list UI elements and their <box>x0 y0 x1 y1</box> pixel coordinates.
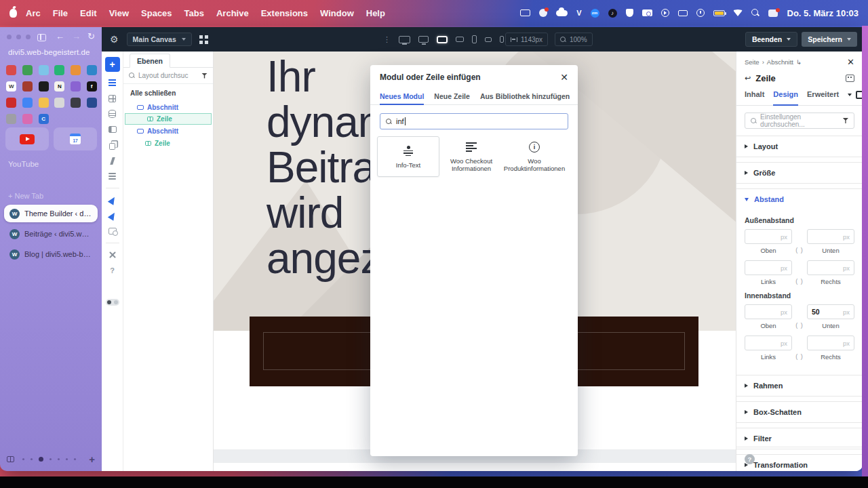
favorite-site-icon[interactable] <box>54 98 64 108</box>
modal-tab-2[interactable]: Aus Bibliothek hinzufügen <box>480 88 570 104</box>
filter-icon[interactable] <box>843 118 848 123</box>
favorite-site-icon[interactable]: C <box>39 114 49 124</box>
drag-panel-icon[interactable] <box>846 75 854 82</box>
margin-right-input[interactable]: px <box>807 260 854 275</box>
menu-window[interactable]: Window <box>314 8 360 18</box>
module-card-info[interactable]: iWoo Produktinformationen <box>503 136 566 177</box>
search-icon[interactable] <box>751 9 760 17</box>
tab-layers[interactable]: Ebenen <box>130 54 170 68</box>
layer-zeile[interactable]: Zeile <box>123 137 213 149</box>
shield-icon[interactable] <box>626 9 633 17</box>
v-icon[interactable]: V <box>576 9 581 17</box>
space-indicator[interactable] <box>22 457 76 462</box>
layer-zeile[interactable]: Zeile <box>125 113 212 125</box>
tab-item[interactable]: WTheme Builder ‹ divi5.w… <box>4 205 98 222</box>
keys-icon[interactable] <box>678 10 688 16</box>
back-arrow-icon[interactable]: ↩ <box>745 74 751 83</box>
help-icon[interactable]: ? <box>745 454 755 464</box>
device-active-frame-icon[interactable] <box>437 36 448 43</box>
templates-icon[interactable] <box>108 94 117 103</box>
play-icon[interactable] <box>661 9 669 17</box>
add-module-button[interactable]: + <box>105 57 120 72</box>
wifi-icon[interactable] <box>734 9 743 16</box>
layer-abschnitt[interactable]: Abschnitt <box>123 101 213 113</box>
padding-right-input[interactable]: px <box>807 336 854 350</box>
profile-icon[interactable] <box>768 9 778 17</box>
padding-bottom-input[interactable]: 50 px <box>807 304 854 319</box>
link-values-icon[interactable]: ( ) <box>795 322 804 329</box>
section-groesse[interactable]: Größe <box>736 162 863 184</box>
modal-tab-1[interactable]: Neue Zeile <box>434 88 470 104</box>
save-button[interactable]: Speichern <box>802 32 857 47</box>
tiktok-icon[interactable]: ♪ <box>608 9 617 18</box>
gear-icon[interactable]: ⚙ <box>110 34 119 45</box>
modal-tab-0[interactable]: Neues Modul <box>380 88 424 104</box>
panel-settings-icon[interactable] <box>108 226 117 236</box>
layers-icon[interactable] <box>108 78 117 87</box>
reload-icon[interactable]: ↻ <box>87 31 95 42</box>
menu-edit[interactable]: Edit <box>74 8 103 18</box>
favorite-site-icon[interactable] <box>6 114 16 124</box>
favorite-site-icon[interactable] <box>71 98 81 108</box>
forward-icon[interactable]: → <box>72 31 81 42</box>
menu-archive[interactable]: Archive <box>210 8 255 18</box>
battery-icon[interactable] <box>713 10 725 16</box>
margin-top-input[interactable]: px <box>745 229 792 244</box>
device-phone-small-icon[interactable] <box>500 36 504 43</box>
settings-search-input[interactable]: Einstellungen durchsuchen... <box>745 113 854 129</box>
canvas-zoom-input[interactable]: 100% <box>555 33 593 46</box>
clockic-icon[interactable] <box>696 9 705 17</box>
favorite-site-icon[interactable] <box>22 98 33 108</box>
menu-view[interactable]: View <box>103 8 135 18</box>
pages-icon[interactable] <box>108 140 117 150</box>
section-rahmen[interactable]: Rahmen <box>736 375 863 396</box>
select-tool-icon[interactable] <box>108 195 117 205</box>
new-tab-button[interactable]: + New Tab <box>8 192 43 200</box>
database-icon[interactable] <box>108 109 117 119</box>
favorite-site-icon[interactable] <box>6 65 16 75</box>
device-tablet-small-icon[interactable] <box>485 37 492 42</box>
tools-icon[interactable] <box>108 250 117 260</box>
padding-left-input[interactable]: px <box>745 336 792 350</box>
tab-item[interactable]: WBeiträge ‹ divi5.web-be… <box>4 225 98 243</box>
link-values-icon[interactable]: ( ) <box>795 353 804 360</box>
favorite-site-icon[interactable] <box>87 65 97 75</box>
sidebar-toggle-icon[interactable] <box>37 34 46 41</box>
margin-bottom-input[interactable]: px <box>807 229 854 244</box>
section-abstand[interactable]: Abstand <box>736 188 863 209</box>
screen-icon[interactable] <box>520 9 530 16</box>
tab-item[interactable]: WBlog | divi5.web-begeis… <box>4 245 98 263</box>
module-search-input[interactable]: inf <box>380 113 568 129</box>
link-values-icon[interactable]: ( ) <box>795 278 804 285</box>
favorite-site-icon[interactable]: f <box>87 81 97 92</box>
window-controls[interactable] <box>7 35 31 39</box>
section-layout[interactable]: Layout <box>736 136 863 157</box>
canvas-selector[interactable]: Main Canvas <box>127 33 192 46</box>
link-values-icon[interactable]: ( ) <box>795 247 804 253</box>
filter-icon[interactable] <box>201 73 208 79</box>
tab-design[interactable]: Design <box>773 90 798 105</box>
favorite-site-icon[interactable] <box>22 81 33 92</box>
favorite-site-icon[interactable] <box>54 65 64 75</box>
browser-icon[interactable] <box>539 9 547 17</box>
more-options-icon[interactable]: ⋮ <box>383 36 391 43</box>
tab-erweitert[interactable]: Erweitert <box>807 90 839 105</box>
sliders-icon[interactable] <box>108 171 117 181</box>
favorite-site-icon[interactable] <box>87 98 97 108</box>
breadcrumb-section[interactable]: Abschnitt <box>767 58 793 66</box>
section-box-schatten[interactable]: Box-Schatten <box>736 401 863 423</box>
site-url[interactable]: divi5.web-begeistert.de <box>8 48 90 56</box>
device-tablet-landscape-icon[interactable] <box>456 37 464 42</box>
margin-left-input[interactable]: px <box>745 260 792 275</box>
menu-spaces[interactable]: Spaces <box>135 8 178 18</box>
favorite-site-icon[interactable] <box>71 81 81 92</box>
module-card-infotext[interactable]: Info-Text <box>377 136 439 177</box>
grid-view-icon[interactable] <box>199 35 208 44</box>
menu-extensions[interactable]: Extensions <box>255 8 314 18</box>
canvas-width-input[interactable]: 1143px <box>505 33 548 46</box>
device-desktop-icon[interactable] <box>418 36 429 43</box>
pinned-label-youtube[interactable]: YouTube <box>8 160 39 168</box>
zm-icon[interactable]: zm <box>591 9 599 18</box>
apple-menu-icon[interactable] <box>9 9 17 18</box>
cloud-icon[interactable] <box>556 10 568 16</box>
